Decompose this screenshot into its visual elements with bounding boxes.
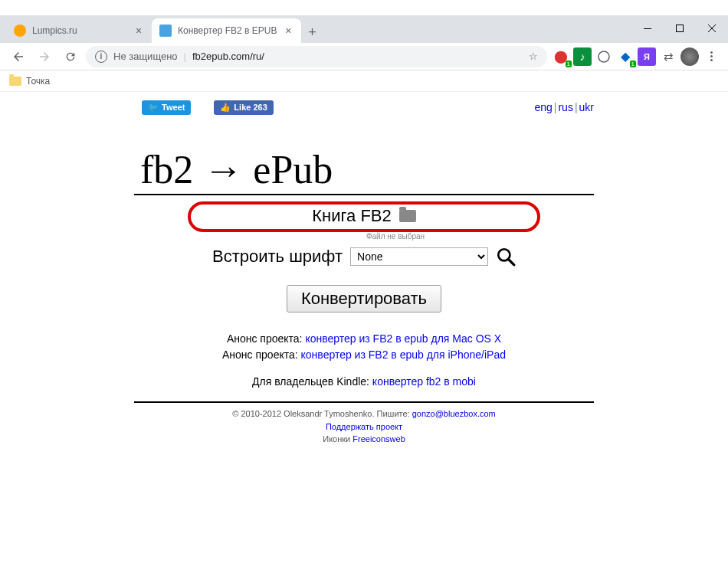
announce-link-ios[interactable]: конвертер из FB2 в epub для iPhone/iPad bbox=[301, 349, 506, 361]
browser-menu-button[interactable] bbox=[702, 47, 720, 66]
font-label: Встроить шрифт bbox=[212, 247, 343, 267]
announcements: Анонс проекта: конвертер из FB2 в epub д… bbox=[134, 331, 594, 363]
font-preview-button[interactable] bbox=[496, 247, 516, 267]
file-upload-label: Книга FB2 bbox=[312, 206, 392, 226]
nav-forward-button bbox=[34, 46, 55, 67]
lang-ukr-link[interactable]: ukr bbox=[579, 101, 594, 113]
site-info-icon[interactable]: i bbox=[95, 51, 107, 63]
announce-link-macos[interactable]: конвертер из FB2 в epub для Mac OS X bbox=[305, 332, 501, 345]
file-status-text: Файл не выбран bbox=[197, 232, 594, 241]
bookmark-item[interactable]: Точка bbox=[26, 76, 50, 87]
tab-favicon-icon bbox=[14, 25, 26, 37]
page-footer: © 2010-2012 Oleksandr Tymoshenko. Пишите… bbox=[134, 407, 594, 446]
bookmark-star-icon[interactable]: ☆ bbox=[529, 51, 538, 62]
extension-icon[interactable]: Я bbox=[638, 47, 656, 66]
window-close[interactable] bbox=[696, 17, 728, 40]
nav-reload-button[interactable] bbox=[60, 46, 81, 67]
tweet-button[interactable]: 🐦 Tweet bbox=[142, 100, 191, 115]
browser-tab-active[interactable]: Конвертер FB2 в EPUB × bbox=[152, 18, 301, 43]
window-minimize[interactable] bbox=[631, 17, 664, 40]
lang-rus-link[interactable]: rus bbox=[558, 101, 572, 113]
tab-title: Конвертер FB2 в EPUB bbox=[178, 25, 277, 36]
bookmark-folder-icon bbox=[9, 77, 21, 86]
extension-icon[interactable]: ♪ bbox=[573, 47, 592, 66]
language-switcher: eng|rus|ukr bbox=[534, 101, 594, 113]
lang-eng-link[interactable]: eng bbox=[534, 101, 552, 113]
kindle-line: Для владельцев Kindle: конвертер fb2 в m… bbox=[134, 375, 594, 388]
footer-icons-link[interactable]: Freeiconsweb bbox=[353, 434, 405, 443]
extension-icon[interactable]: ◆1 bbox=[616, 47, 635, 66]
profile-avatar[interactable] bbox=[680, 47, 699, 66]
svg-rect-1 bbox=[677, 25, 684, 32]
footer-email-link[interactable]: gonzo@bluezbox.com bbox=[412, 409, 496, 418]
url-text: fb2epub.com/ru/ bbox=[192, 51, 264, 62]
thumbs-up-icon: 👍 bbox=[220, 103, 231, 113]
footer-support-link[interactable]: Поддержать проект bbox=[326, 422, 402, 431]
extension-icon[interactable] bbox=[595, 47, 613, 66]
twitter-icon: 🐦 bbox=[148, 103, 159, 113]
svg-line-6 bbox=[508, 259, 514, 265]
svg-point-4 bbox=[598, 51, 609, 62]
tab-close-icon[interactable]: × bbox=[283, 25, 293, 36]
new-tab-button[interactable]: + bbox=[301, 21, 323, 43]
font-select[interactable]: None bbox=[350, 247, 488, 266]
convert-button[interactable]: Конвертировать bbox=[287, 285, 441, 313]
nav-back-button[interactable] bbox=[8, 46, 29, 67]
folder-icon[interactable] bbox=[399, 210, 416, 222]
footer-divider bbox=[134, 401, 594, 403]
tab-close-icon[interactable]: × bbox=[133, 25, 144, 36]
reader-mode-icon[interactable]: ⇄ bbox=[659, 47, 677, 66]
window-maximize[interactable] bbox=[664, 17, 696, 40]
file-upload-row[interactable]: Книга FB2 bbox=[188, 201, 540, 232]
tab-title: Lumpics.ru bbox=[32, 25, 127, 36]
site-logo: fb2 → ePub bbox=[140, 147, 594, 192]
facebook-like-button[interactable]: 👍 Like 263 bbox=[214, 100, 273, 115]
security-status: Не защищено bbox=[113, 51, 178, 62]
extension-icon[interactable]: ⬤1 bbox=[552, 47, 570, 66]
kindle-link[interactable]: конвертер fb2 в mobi bbox=[372, 375, 476, 388]
browser-tab[interactable]: Lumpics.ru × bbox=[6, 18, 152, 43]
tab-favicon-icon bbox=[159, 25, 172, 37]
header-divider bbox=[134, 194, 594, 195]
svg-rect-0 bbox=[644, 28, 651, 29]
address-bar[interactable]: i Не защищено | fb2epub.com/ru/ ☆ bbox=[86, 46, 547, 67]
